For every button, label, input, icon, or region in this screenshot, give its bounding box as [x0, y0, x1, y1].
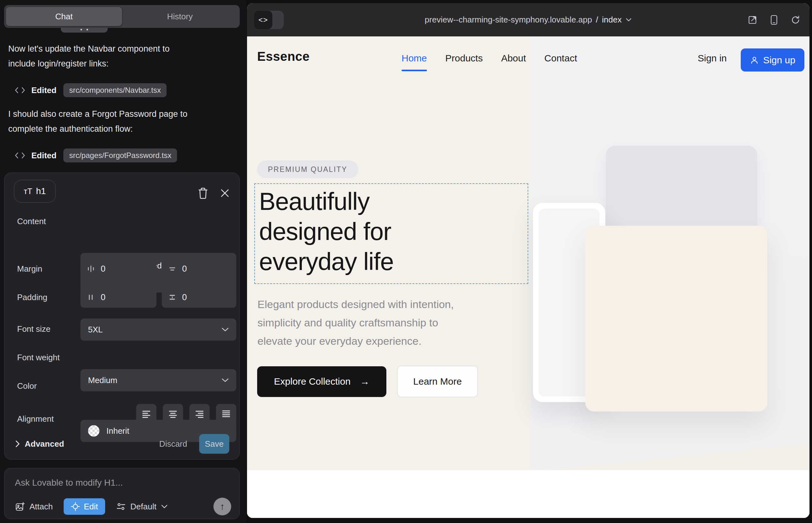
scrolled-chip-partial	[61, 28, 108, 33]
edited-label: Edited	[31, 151, 56, 161]
align-center-button[interactable]	[163, 404, 183, 424]
delete-element-button[interactable]	[198, 187, 208, 199]
font-size-select[interactable]: 5XL	[81, 319, 236, 341]
align-justify-button[interactable]	[216, 404, 236, 424]
sliders-icon	[116, 502, 126, 511]
chevron-right-icon	[15, 440, 20, 448]
margin-y-input[interactable]: 0	[162, 258, 236, 279]
refresh-icon[interactable]	[791, 15, 800, 25]
section-below-hero	[247, 470, 810, 518]
explore-collection-button[interactable]: Explore Collection →	[257, 366, 386, 397]
margin-y-icon	[168, 265, 176, 273]
chevron-down-icon	[221, 327, 229, 332]
arrow-right-icon: →	[360, 376, 370, 387]
rendered-site: Essence Home Products About Contact Sign…	[247, 36, 810, 518]
tab-chat[interactable]: Chat	[6, 7, 122, 26]
preview-toolbar: <> preview--charming-site-symphony.lovab…	[247, 3, 810, 36]
code-icon	[14, 86, 26, 94]
mode-selector[interactable]: Default	[116, 502, 168, 511]
padding-x-input[interactable]: 0	[81, 287, 156, 308]
font-weight-label: Font weight	[17, 353, 59, 362]
padding-y-input[interactable]: 0	[162, 287, 236, 308]
decor-card-cream	[585, 226, 767, 412]
hero-heading[interactable]: Beautifully designed for everyday life	[259, 186, 394, 277]
nav-link-products[interactable]: Products	[445, 53, 483, 64]
margin-label: Margin	[17, 264, 42, 274]
mobile-view-icon[interactable]	[770, 15, 778, 25]
hero-description: Elegant products designed with intention…	[258, 295, 454, 350]
site-preview-window: <> preview--charming-site-symphony.lovab…	[247, 3, 810, 518]
preview-url: preview--charming-site-symphony.lovable.…	[425, 15, 592, 25]
assistant-message: Now let's update the Navbar component to…	[8, 41, 170, 71]
nav-link-about[interactable]: About	[501, 53, 526, 64]
edited-file-row: Edited src/components/Navbar.tsx	[14, 83, 166, 97]
align-left-button[interactable]	[136, 404, 156, 424]
chevron-down-icon	[161, 504, 168, 509]
padding-y-icon	[168, 293, 176, 301]
typography-icon: тT	[24, 187, 32, 196]
site-logo[interactable]: Essence	[257, 49, 310, 64]
color-label: Color	[17, 381, 37, 391]
composer-placeholder[interactable]: Ask Lovable to modify H1...	[15, 478, 123, 488]
selected-element-tag[interactable]: тT h1	[14, 180, 56, 203]
tab-history[interactable]: History	[122, 7, 238, 26]
alignment-label: Alignment	[17, 414, 54, 424]
sign-in-link[interactable]: Sign in	[698, 53, 727, 64]
close-editor-button[interactable]	[220, 188, 230, 198]
learn-more-button[interactable]: Learn More	[397, 366, 478, 397]
preview-url-bar[interactable]: preview--charming-site-symphony.lovable.…	[247, 3, 810, 36]
nav-link-contact[interactable]: Contact	[544, 53, 577, 64]
tag-name: h1	[36, 186, 46, 196]
chevron-down-icon	[625, 18, 632, 22]
open-in-new-tab-icon[interactable]	[747, 15, 758, 25]
edited-file-chip[interactable]: src/components/Navbar.tsx	[63, 83, 166, 97]
sign-up-button[interactable]: Sign up	[741, 49, 805, 72]
font-size-label: Font size	[17, 324, 51, 334]
edited-label: Edited	[31, 86, 56, 95]
save-button[interactable]: Save	[199, 434, 229, 454]
margin-x-input[interactable]: 0	[81, 258, 156, 279]
element-editor-panel: тT h1 Content Beautifully des	[4, 173, 240, 460]
padding-x-icon	[87, 293, 95, 301]
nav-link-home[interactable]: Home	[402, 53, 427, 64]
align-right-button[interactable]	[189, 404, 210, 424]
user-icon	[750, 56, 759, 65]
discard-button[interactable]: Discard	[159, 439, 187, 449]
attach-button[interactable]: Attach	[15, 502, 53, 511]
attach-image-icon	[15, 502, 25, 511]
chat-composer[interactable]: Ask Lovable to modify H1... Attach Edit	[4, 468, 240, 519]
advanced-toggle[interactable]: Advanced	[15, 439, 64, 449]
chat-history-tabs: Chat History	[4, 5, 240, 28]
edited-file-chip[interactable]: src/pages/ForgotPassword.tsx	[63, 148, 177, 162]
padding-label: Padding	[17, 292, 47, 302]
margin-x-icon	[87, 265, 95, 273]
content-label: Content	[17, 217, 46, 227]
edited-file-row: Edited src/pages/ForgotPassword.tsx	[14, 148, 177, 163]
edit-mode-button[interactable]: Edit	[64, 498, 105, 515]
assistant-message: I should also create a Forgot Password p…	[8, 107, 188, 137]
send-button[interactable]: ↑	[213, 498, 231, 516]
premium-quality-badge: PREMIUM QUALITY	[257, 161, 358, 178]
code-icon	[14, 152, 26, 159]
target-icon	[71, 502, 80, 511]
site-navbar: Essence Home Products About Contact Sign…	[247, 36, 810, 79]
preview-page: index	[602, 15, 622, 25]
lovable-chat-panel: Chat History Now let's update the Navbar…	[0, 0, 246, 523]
